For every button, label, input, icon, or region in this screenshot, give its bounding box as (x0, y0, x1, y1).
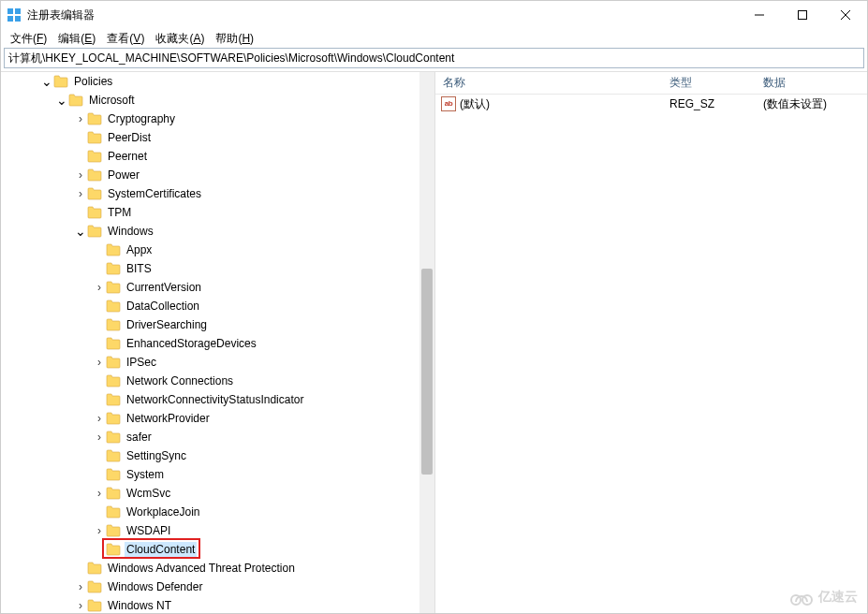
tree-item[interactable]: Peernet (1, 147, 434, 166)
tree-item[interactable]: EnhancedStorageDevices (1, 334, 434, 353)
expander-closed-icon[interactable]: › (93, 524, 106, 537)
tree-item[interactable]: ›WcmSvc (1, 484, 434, 503)
col-header-data[interactable]: 数据 (763, 75, 867, 91)
tree-item-label: Windows Advanced Threat Protection (106, 561, 297, 576)
tree-item-label: WcmSvc (125, 486, 172, 501)
tree-item-label: Windows Defender (106, 579, 204, 594)
expander-closed-icon[interactable]: › (93, 281, 106, 294)
list-pane[interactable]: 名称 类型 数据 ab(默认)REG_SZ(数值未设置) (435, 72, 867, 614)
folder-icon (106, 468, 121, 481)
col-header-name[interactable]: 名称 (435, 75, 669, 91)
tree-item[interactable]: CloudContent (1, 540, 434, 559)
menu-favorites[interactable]: 收藏夹(A) (150, 29, 210, 49)
minimize-button[interactable] (738, 1, 781, 29)
tree-item[interactable]: ⌄Policies (1, 72, 434, 91)
expander-closed-icon[interactable]: › (93, 487, 106, 500)
tree-item[interactable]: Appx (1, 241, 434, 259)
address-bar[interactable]: 计算机\HKEY_LOCAL_MACHINE\SOFTWARE\Policies… (4, 48, 864, 68)
folder-icon (106, 543, 121, 556)
tree-item[interactable]: NetworkConnectivityStatusIndicator (1, 390, 434, 409)
expander-open-icon[interactable]: ⌄ (55, 93, 68, 108)
regedit-icon (7, 7, 22, 22)
watermark: 亿速云 (788, 589, 858, 606)
expander-closed-icon[interactable]: › (74, 112, 87, 125)
tree-item-label: SettingSync (125, 448, 188, 463)
tree-item-label: WorkplaceJoin (125, 504, 201, 519)
folder-icon (106, 337, 121, 350)
folder-icon (106, 374, 121, 387)
main-split: ⌄Policies⌄Microsoft›CryptographyPeerDist… (1, 71, 867, 614)
tree-item[interactable]: ›SystemCertificates (1, 184, 434, 203)
tree-item[interactable]: DataCollection (1, 297, 434, 315)
titlebar: 注册表编辑器 (1, 1, 867, 29)
tree-item[interactable]: Network Connections (1, 372, 434, 390)
tree-item[interactable]: ›Windows NT (1, 596, 434, 614)
tree-item[interactable]: System (1, 465, 434, 484)
tree-pane[interactable]: ⌄Policies⌄Microsoft›CryptographyPeerDist… (1, 72, 435, 614)
tree-item-label: Windows (106, 224, 155, 239)
list-body: ab(默认)REG_SZ(数值未设置) (435, 95, 867, 113)
expander-closed-icon[interactable]: › (74, 187, 87, 200)
folder-icon (106, 262, 121, 275)
tree-item[interactable]: ⌄Windows (1, 222, 434, 241)
expander-closed-icon[interactable]: › (74, 580, 87, 593)
menu-edit[interactable]: 编辑(E) (52, 29, 101, 49)
tree-item-label: Appx (125, 242, 154, 257)
folder-icon (106, 412, 121, 425)
tree-item[interactable]: BITS (1, 259, 434, 278)
folder-icon (106, 431, 121, 444)
expander-closed-icon[interactable]: › (93, 356, 106, 369)
tree-item[interactable]: ›safer (1, 428, 434, 446)
tree-item[interactable]: PeerDist (1, 128, 434, 147)
expander-closed-icon[interactable]: › (74, 168, 87, 182)
maximize-button[interactable] (781, 1, 824, 29)
tree-item[interactable]: ›WSDAPI (1, 521, 434, 540)
folder-icon (106, 393, 121, 406)
tree-item[interactable]: ›NetworkProvider (1, 409, 434, 428)
close-button[interactable] (824, 1, 867, 29)
menu-help[interactable]: 帮助(H) (210, 29, 259, 49)
tree-item-label: DriverSearching (125, 317, 209, 332)
string-value-icon: ab (441, 96, 456, 111)
folder-icon (106, 487, 121, 500)
window-buttons (738, 1, 867, 29)
expander-closed-icon[interactable]: › (93, 431, 106, 444)
svg-rect-1 (15, 8, 21, 14)
tree-item-label: TPM (106, 205, 133, 220)
tree-item[interactable]: ›Cryptography (1, 110, 434, 128)
list-header[interactable]: 名称 类型 数据 (435, 72, 867, 95)
tree-item[interactable]: DriverSearching (1, 315, 434, 334)
expander-open-icon[interactable]: ⌄ (74, 224, 87, 239)
folder-icon (87, 562, 102, 575)
tree-item-label: Cryptography (106, 111, 177, 126)
tree-item[interactable]: TPM (1, 203, 434, 222)
folder-icon (106, 281, 121, 294)
expander-open-icon[interactable]: ⌄ (40, 74, 53, 89)
tree-item-label: PeerDist (106, 130, 153, 145)
list-row[interactable]: ab(默认)REG_SZ(数值未设置) (435, 95, 867, 113)
folder-icon (87, 150, 102, 163)
menu-file[interactable]: 文件(F) (5, 29, 52, 49)
expander-closed-icon[interactable]: › (93, 412, 106, 425)
tree-item[interactable]: WorkplaceJoin (1, 503, 434, 521)
tree-scrollbar-thumb[interactable] (421, 269, 433, 475)
window-title: 注册表编辑器 (27, 7, 738, 23)
tree-scrollbar[interactable] (419, 72, 434, 614)
menu-view[interactable]: 查看(V) (101, 29, 150, 49)
tree-item[interactable]: ›Windows Defender (1, 577, 434, 596)
tree-item[interactable]: ›Power (1, 166, 434, 184)
tree-item[interactable]: ›IPSec (1, 353, 434, 372)
folder-icon (106, 318, 121, 331)
tree-item[interactable]: ⌄Microsoft (1, 91, 434, 110)
col-header-type[interactable]: 类型 (669, 75, 763, 91)
tree-item-label: CloudContent (125, 542, 197, 557)
folder-icon (106, 449, 121, 462)
tree-item-label: Peernet (106, 149, 149, 164)
tree-item-label: NetworkConnectivityStatusIndicator (125, 392, 305, 407)
expander-closed-icon[interactable]: › (74, 599, 87, 612)
tree-item[interactable]: ›CurrentVersion (1, 278, 434, 297)
folder-icon (68, 94, 83, 107)
tree-item[interactable]: SettingSync (1, 446, 434, 465)
svg-rect-0 (7, 8, 13, 14)
tree-item[interactable]: Windows Advanced Threat Protection (1, 559, 434, 577)
